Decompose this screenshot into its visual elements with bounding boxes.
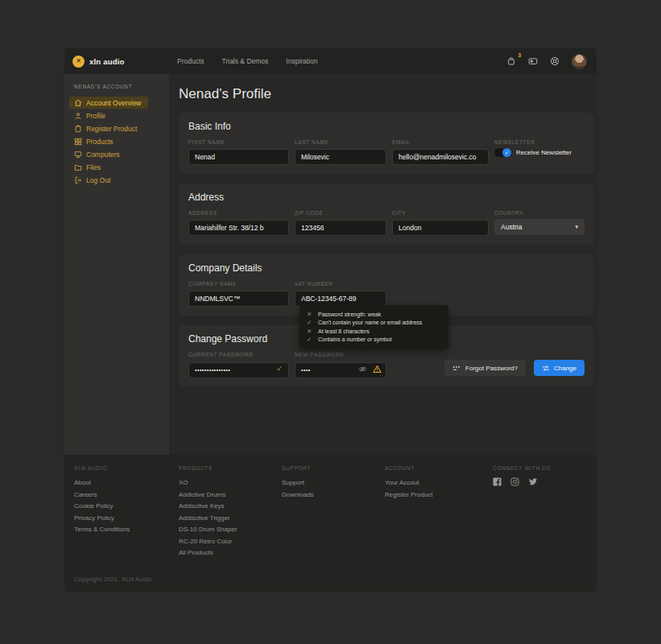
basic-info-card: Basic Info FIRST NAME LAST NAME EMAIL <box>179 113 594 174</box>
footer-link-your-account[interactable]: Your Accout <box>385 477 433 489</box>
copyright-text: Copyright 2021, XLN Audio. <box>74 576 154 583</box>
footer-link-addictive-drums[interactable]: Addictive Drums <box>179 489 237 502</box>
sidebar-item-label: Products <box>86 138 114 146</box>
pass-check-icon <box>307 320 313 326</box>
cart-badge: 3 <box>518 52 521 58</box>
instagram-icon[interactable] <box>510 477 519 486</box>
city-label: CITY <box>392 210 489 216</box>
user-icon <box>74 112 82 120</box>
password-strength-tooltip: Password strength: weak Can't contain yo… <box>300 305 448 349</box>
nav-link-products[interactable]: Products <box>177 57 204 65</box>
eye-off-icon[interactable] <box>358 361 367 377</box>
city-field[interactable] <box>392 220 489 236</box>
footer-link-xo[interactable]: XO <box>179 477 237 489</box>
country-select[interactable]: Austria <box>494 219 585 235</box>
sidebar-item-account-overview[interactable]: Account Overview <box>69 97 148 109</box>
sidebar-item-label: Log Out <box>86 176 110 184</box>
brand[interactable]: ✕ xln audio <box>64 56 169 68</box>
twitter-icon[interactable] <box>528 477 538 486</box>
footer-col-products: PRODUCTS XO Addictive Drums Addiscitve K… <box>179 465 237 559</box>
forgot-password-button[interactable]: Forgot Password? <box>444 360 526 376</box>
facebook-icon[interactable] <box>493 477 502 486</box>
xln-logo-icon: ✕ <box>72 56 85 68</box>
footer-col-account: ACCOUNT Your Accout Register Product <box>385 465 433 501</box>
password-dots-icon <box>452 365 461 372</box>
sidebar-item-log-out[interactable]: Log Out <box>69 174 117 186</box>
address-field[interactable] <box>188 220 289 236</box>
pass-check-icon <box>307 336 313 343</box>
footer-link-addictive-keys[interactable]: Addiscitve Keys <box>179 501 237 513</box>
footer-link-support[interactable]: Support <box>282 477 314 489</box>
footer-link-rc20[interactable]: RC-20 Retro Color <box>179 536 237 548</box>
help-icon[interactable] <box>550 56 560 66</box>
vat-label: VAT NUMBER <box>295 281 386 287</box>
home-icon <box>74 99 82 107</box>
primary-nav: Products Trials & Demos Inspiration <box>177 57 318 65</box>
newsletter-text: Receive Newsletter <box>516 149 572 156</box>
vat-field[interactable] <box>295 291 386 307</box>
brand-name: xln audio <box>89 57 125 66</box>
footer-col-heading: PRODUCTS <box>179 465 237 471</box>
current-password-field[interactable] <box>188 362 289 378</box>
sidebar-item-label: Profile <box>86 112 105 120</box>
footer-link-addictive-trigger[interactable]: Addisctive Trigger <box>179 513 237 525</box>
tooltip-rule: Can't contain your name or email address <box>318 320 422 325</box>
email-label: EMAIL <box>392 139 489 145</box>
fail-x-icon <box>307 312 313 318</box>
footer-link-cookie-policy[interactable]: Cookie Policy <box>74 501 130 513</box>
footer-link-register-product[interactable]: Register Product <box>385 489 433 502</box>
sidebar: NENAD'S ACCOUNT Account Overview Profile… <box>64 74 169 455</box>
sidebar-item-label: Account Overview <box>86 99 142 107</box>
nav-actions: 3 <box>506 48 587 74</box>
nav-link-inspiration[interactable]: Inspiration <box>286 57 317 65</box>
sidebar-heading: NENAD'S ACCOUNT <box>64 84 169 89</box>
footer: XLN AUDIO About Careers Cookie Policy Pr… <box>64 455 597 592</box>
current-password-label: CURRENT PASSWORD <box>188 352 289 357</box>
country-label: COUNTRY <box>494 210 585 216</box>
tooltip-rule: At least 8 characters <box>318 328 370 334</box>
card-icon[interactable] <box>528 56 538 66</box>
page-title: Nenad’s Profile <box>179 86 594 102</box>
change-password-button[interactable]: Change <box>534 360 585 376</box>
valid-check-icon <box>276 361 283 377</box>
fail-x-icon <box>307 328 313 335</box>
footer-link-terms[interactable]: Terms & Conditions <box>74 524 130 536</box>
address-label: ADDRESS <box>188 210 289 216</box>
footer-col-heading: SUPPORT <box>282 465 314 471</box>
sidebar-item-products[interactable]: Products <box>69 135 120 147</box>
nav-link-trials[interactable]: Trials & Demos <box>222 57 269 65</box>
footer-link-careers[interactable]: Careers <box>74 489 130 502</box>
sidebar-item-label: Register Product <box>86 125 137 133</box>
swap-arrows-icon <box>542 365 550 372</box>
last-name-label: LAST NAME <box>295 139 386 145</box>
footer-col-connect: CONNECT WITH US <box>493 465 551 486</box>
email-field[interactable] <box>392 149 489 165</box>
change-button-label: Change <box>554 365 576 372</box>
cart-icon[interactable]: 3 <box>506 56 516 66</box>
footer-link-ds10[interactable]: DS-10 Drum Shaper <box>179 524 237 536</box>
footer-col-xln-audio: XLN AUDIO About Careers Cookie Policy Pr… <box>74 465 130 536</box>
avatar[interactable] <box>572 54 587 69</box>
footer-link-privacy-policy[interactable]: Privacy Policy <box>74 513 130 525</box>
footer-link-about[interactable]: About <box>74 477 130 489</box>
sidebar-item-register-product[interactable]: Register Product <box>69 122 143 134</box>
company-details-title: Company Details <box>188 262 585 274</box>
footer-link-downloads[interactable]: Downloads <box>282 489 314 502</box>
newsletter-label: NEWSLETTER <box>494 139 585 145</box>
newsletter-toggle[interactable] <box>494 148 511 157</box>
tooltip-rule: Contains a number or symbol <box>318 336 391 342</box>
sidebar-item-computers[interactable]: Computers <box>69 148 126 160</box>
country-value: Austria <box>501 223 522 231</box>
sidebar-item-profile[interactable]: Profile <box>69 109 112 122</box>
first-name-field[interactable] <box>188 149 289 165</box>
address-card: Address ADDRESS ZIP CODE CITY <box>179 184 594 245</box>
company-name-field[interactable] <box>188 291 289 307</box>
sidebar-item-files[interactable]: Files <box>69 161 107 173</box>
footer-link-all-products[interactable]: All Products <box>179 547 237 559</box>
zip-field[interactable] <box>295 220 386 236</box>
toggle-check-icon <box>502 148 511 157</box>
last-name-field[interactable] <box>295 149 386 165</box>
monitor-icon <box>74 151 82 159</box>
footer-col-support: SUPPORT Support Downloads <box>282 465 314 501</box>
basic-info-title: Basic Info <box>188 121 585 132</box>
